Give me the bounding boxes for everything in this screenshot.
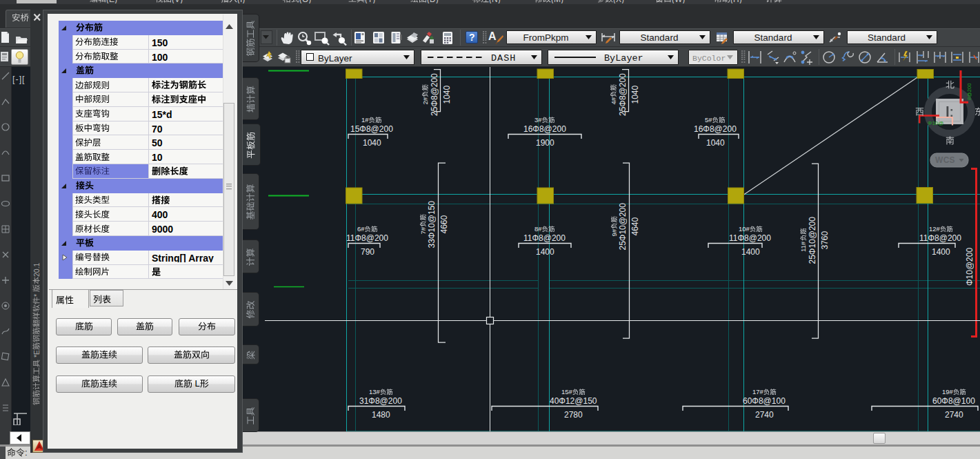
svg-text:11Φ8@200: 11Φ8@200 [729,233,771,242]
svg-text:25Φ10@200: 25Φ10@200 [808,216,817,264]
svg-text:1#: 1# [361,117,369,124]
svg-text:13#: 13# [369,389,381,395]
svg-text:2740: 2740 [945,410,963,419]
svg-text:60Φ8@100: 60Φ8@100 [932,396,975,405]
svg-text:2780: 2780 [564,410,583,419]
svg-text:2#: 2# [422,97,429,104]
svg-text:33Φ10@150: 33Φ10@150 [427,200,436,248]
svg-text:400: 400 [152,210,168,219]
svg-text:String[] Array: String[] Array [152,253,214,262]
svg-text:1400: 1400 [536,247,554,256]
svg-text:1040: 1040 [363,138,381,147]
svg-text:3760: 3760 [821,231,830,249]
svg-text:Φ10@200: Φ10@200 [965,247,974,285]
svg-text:31Φ8@200: 31Φ8@200 [359,396,402,405]
svg-text:1040: 1040 [706,138,725,147]
svg-text:11Φ8@200: 11Φ8@200 [346,233,388,242]
svg-text:8#: 8# [534,226,542,233]
svg-text:16Φ8@200: 16Φ8@200 [694,124,737,133]
svg-text:1040: 1040 [630,85,639,104]
svg-text:70: 70 [152,124,163,133]
svg-text:12#: 12# [929,226,941,233]
svg-text:1400: 1400 [741,247,760,256]
svg-text:*: * [32,292,41,297]
svg-text:11Φ8@200: 11Φ8@200 [523,233,566,242]
svg-text:25Φ10@200: 25Φ10@200 [618,202,627,250]
svg-text:Φ10@: Φ10@ [928,120,943,126]
svg-text:40Φ12@150: 40Φ12@150 [550,396,597,405]
svg-text:4660: 4660 [440,215,449,233]
svg-text:1040: 1040 [442,85,451,104]
svg-text:5#: 5# [705,117,712,124]
svg-text:150: 150 [152,37,168,47]
svg-text:*E: *E [32,350,41,360]
svg-text:60Φ8@100: 60Φ8@100 [743,396,786,405]
svg-text:25Φ8@200: 25Φ8@200 [430,72,439,115]
svg-text:8@200: 8@200 [966,84,972,100]
svg-text:9000: 9000 [152,224,173,233]
svg-text:6#: 6# [357,226,365,233]
svg-text:2740: 2740 [755,410,774,419]
svg-text:L: L [192,379,200,389]
svg-text:19#: 19# [942,389,954,395]
svg-text:3#: 3# [534,117,542,124]
svg-text:17#: 17# [752,389,764,395]
svg-text:20.1: 20.1 [32,262,41,277]
svg-text:4640: 4640 [631,217,640,235]
svg-text:1900: 1900 [536,138,554,147]
svg-text:7#: 7# [419,226,426,234]
svg-text:4#: 4# [610,97,617,104]
svg-text:50: 50 [152,138,163,148]
svg-text:100: 100 [152,52,168,61]
svg-text::: : [25,448,28,458]
svg-text:15*d: 15*d [152,109,172,119]
svg-text:11Φ8@200: 11Φ8@200 [919,233,961,242]
svg-text:16Φ8@200: 16Φ8@200 [523,124,566,133]
svg-text:790: 790 [361,247,374,256]
svg-text:11#: 11# [800,241,807,252]
svg-text:10#: 10# [739,226,750,233]
svg-text:1400: 1400 [932,247,950,256]
svg-text:15Φ8@200: 15Φ8@200 [350,124,393,133]
svg-text:10: 10 [152,152,163,162]
svg-text:25Φ8@200: 25Φ8@200 [618,72,627,115]
svg-text:1480: 1480 [372,410,390,419]
svg-text:9#: 9# [610,228,617,236]
svg-text:15#: 15# [561,389,573,395]
